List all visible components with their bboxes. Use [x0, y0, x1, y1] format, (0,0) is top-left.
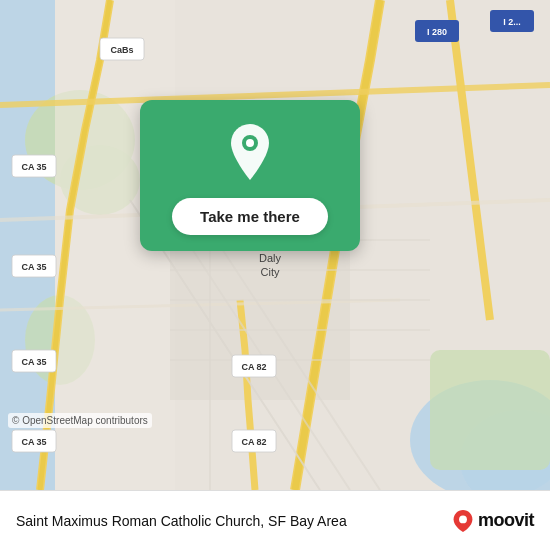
svg-text:CA 35: CA 35 [21, 162, 46, 172]
moovit-pin-icon [452, 510, 474, 532]
svg-text:CaBs: CaBs [110, 45, 133, 55]
svg-text:CA 82: CA 82 [241, 362, 266, 372]
svg-text:CA 35: CA 35 [21, 357, 46, 367]
location-icon [226, 124, 274, 184]
action-card: Take me there [140, 100, 360, 251]
svg-text:Daly: Daly [259, 252, 282, 264]
bottom-bar: Saint Maximus Roman Catholic Church, SF … [0, 490, 550, 550]
svg-text:City: City [261, 266, 280, 278]
take-me-there-button[interactable]: Take me there [172, 198, 328, 235]
map-container: CA 35 CA 35 CA 35 CA 35 CaBs I 280 I 2..… [0, 0, 550, 490]
svg-point-43 [246, 139, 254, 147]
svg-text:CA 35: CA 35 [21, 437, 46, 447]
moovit-brand-text: moovit [478, 510, 534, 531]
moovit-logo: moovit [452, 510, 534, 532]
place-name: Saint Maximus Roman Catholic Church, SF … [16, 513, 347, 529]
svg-text:CA 82: CA 82 [241, 437, 266, 447]
svg-text:I 280: I 280 [427, 27, 447, 37]
svg-text:I 2...: I 2... [503, 17, 521, 27]
place-info: Saint Maximus Roman Catholic Church, SF … [16, 513, 347, 529]
svg-point-44 [459, 515, 467, 523]
svg-rect-6 [430, 350, 550, 470]
svg-text:CA 35: CA 35 [21, 262, 46, 272]
map-attribution: © OpenStreetMap contributors [8, 413, 152, 428]
